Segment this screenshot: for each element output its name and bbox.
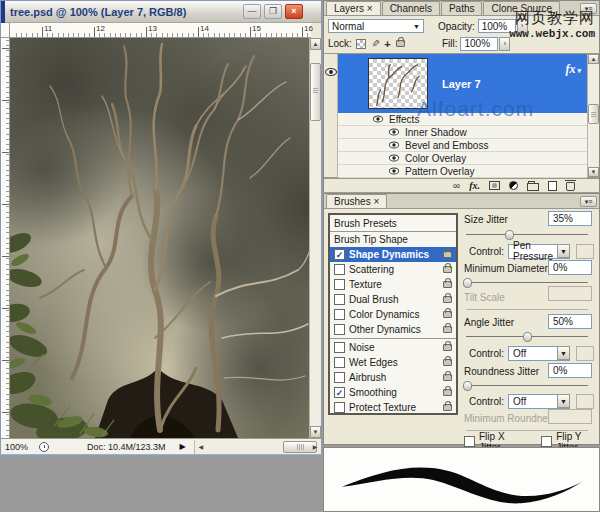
size-jitter-input[interactable]: 35%	[548, 211, 592, 226]
vertical-scroll-thumb[interactable]	[310, 63, 321, 121]
lock-icon[interactable]	[443, 251, 452, 258]
brushes-panel-menu-icon[interactable]: ▾≡	[580, 196, 597, 207]
slider-thumb[interactable]	[523, 332, 532, 342]
checkbox-icon[interactable]	[334, 309, 345, 320]
brush-option-smoothing[interactable]: ✓Smoothing	[330, 385, 456, 400]
lock-icon[interactable]	[443, 326, 452, 333]
brush-option-wet-edges[interactable]: Wet Edges	[330, 355, 456, 370]
checkbox-icon[interactable]	[334, 264, 345, 275]
size-control-select[interactable]: Pen Pressure ▼	[508, 244, 570, 259]
brush-option-shape-dynamics[interactable]: ✓Shape Dynamics	[330, 247, 456, 262]
canvas[interactable]	[10, 38, 311, 438]
checkbox-icon[interactable]	[334, 294, 345, 305]
scroll-down-icon[interactable]: ▼	[310, 426, 321, 438]
lock-icons: ✎ +	[356, 38, 418, 50]
checkbox-icon[interactable]	[334, 342, 345, 353]
scroll-left-icon[interactable]: ◀	[196, 441, 206, 453]
delete-layer-icon[interactable]	[566, 182, 575, 191]
layer-scroll-down-icon[interactable]: ▼	[588, 167, 599, 177]
brush-option-dual-brush[interactable]: Dual Brush	[330, 292, 456, 307]
close-button[interactable]: ×	[285, 4, 303, 19]
checkbox-icon[interactable]: ✓	[334, 387, 345, 398]
layer-visibility-eye-icon[interactable]	[325, 68, 337, 76]
layer-mask-icon[interactable]	[489, 181, 500, 190]
angle-control-select[interactable]: Off ▼	[508, 346, 570, 361]
tab-brushes[interactable]: Brushes ×	[326, 194, 387, 208]
effect-visibility-eye-icon[interactable]	[389, 168, 399, 175]
layer-fx-badge[interactable]: fx	[565, 62, 581, 77]
layer-name[interactable]: Layer 7	[442, 78, 481, 90]
lock-icon[interactable]	[443, 266, 452, 273]
checkbox-icon[interactable]	[334, 372, 345, 383]
canvas-horizontal-scrollbar[interactable]: ◀ ▶	[194, 440, 321, 454]
lock-transparency-icon[interactable]	[356, 39, 366, 49]
layer-scroll-up-icon[interactable]: ▲	[588, 54, 599, 64]
lock-position-icon[interactable]: +	[384, 38, 390, 50]
lock-all-icon[interactable]	[396, 40, 405, 47]
brush-tip-shape-item[interactable]: Brush Tip Shape	[330, 232, 456, 247]
roundness-control-select[interactable]: Off ▼	[508, 394, 570, 409]
tab-channels[interactable]: Channels	[382, 1, 440, 15]
status-arrow-icon[interactable]: ▶	[180, 442, 186, 451]
scroll-right-icon[interactable]: ▶	[310, 441, 320, 453]
angle-jitter-input[interactable]: 50%	[548, 314, 592, 329]
link-layers-icon[interactable]: ∞	[453, 181, 460, 191]
effect-visibility-eye-icon[interactable]	[389, 142, 399, 149]
brush-option-airbrush[interactable]: Airbrush	[330, 370, 456, 385]
layer-scroll-thumb[interactable]	[588, 104, 599, 124]
lock-icon[interactable]	[443, 281, 452, 288]
layer-list-scrollbar[interactable]: ▲ ▼	[587, 54, 599, 177]
blend-mode-select[interactable]: Normal ▼	[328, 19, 424, 33]
effect-row-inner-shadow[interactable]: Inner Shadow	[338, 126, 587, 139]
lock-icon[interactable]	[443, 296, 452, 303]
checkbox-icon[interactable]: ✓	[334, 249, 345, 260]
scroll-up-icon[interactable]: ▲	[310, 38, 321, 50]
tab-paths[interactable]: Paths	[441, 1, 483, 15]
checkbox-icon[interactable]	[334, 324, 345, 335]
roundness-jitter-input[interactable]: 0%	[548, 363, 592, 378]
effect-visibility-eye-icon[interactable]	[389, 155, 399, 162]
document-titlebar[interactable]: tree.psd @ 100% (Layer 7, RGB/8) — ❐ ×	[1, 1, 321, 23]
effect-visibility-eye-icon[interactable]	[373, 116, 383, 123]
brush-presets-item[interactable]: Brush Presets	[330, 215, 456, 232]
lock-icon[interactable]	[443, 359, 452, 366]
checkbox-icon[interactable]	[334, 357, 345, 368]
zoom-level[interactable]: 100%	[5, 442, 31, 452]
lock-icon[interactable]	[443, 389, 452, 396]
slider-thumb[interactable]	[463, 278, 472, 288]
slider-thumb[interactable]	[463, 381, 472, 391]
new-layer-icon[interactable]	[548, 181, 557, 191]
brush-option-noise[interactable]: Noise	[330, 340, 456, 355]
slider-thumb[interactable]	[505, 230, 514, 240]
size-jitter-slider[interactable]	[466, 229, 588, 240]
adjustment-layer-icon[interactable]	[509, 181, 518, 190]
lock-icon[interactable]	[443, 374, 452, 381]
roundness-jitter-slider[interactable]	[466, 380, 588, 391]
checkbox-icon[interactable]	[334, 402, 345, 413]
effect-row-pattern-overlay[interactable]: Pattern Overlay	[338, 165, 587, 178]
effect-visibility-eye-icon[interactable]	[389, 129, 399, 136]
lock-icon[interactable]	[443, 344, 452, 351]
lock-icon[interactable]	[443, 404, 452, 411]
minimize-button[interactable]: —	[243, 4, 261, 19]
layer-style-icon[interactable]: fx.	[469, 180, 480, 191]
brush-option-protect-texture[interactable]: Protect Texture	[330, 400, 456, 415]
effect-row-color-overlay[interactable]: Color Overlay	[338, 152, 587, 165]
brush-option-color-dynamics[interactable]: Color Dynamics	[330, 307, 456, 322]
new-group-icon[interactable]	[527, 183, 539, 191]
brush-option-other-dynamics[interactable]: Other Dynamics	[330, 322, 456, 337]
brush-option-texture[interactable]: Texture	[330, 277, 456, 292]
fill-input[interactable]: 100%	[460, 37, 498, 51]
doc-size-info[interactable]: Doc: 10.4M/123.3M	[87, 442, 166, 452]
tab-layers[interactable]: Layers ×	[326, 1, 381, 15]
brush-option-scattering[interactable]: Scattering	[330, 262, 456, 277]
effect-row-bevel-and-emboss[interactable]: Bevel and Emboss	[338, 139, 587, 152]
maximize-button[interactable]: ❐	[264, 4, 282, 19]
lock-paint-icon[interactable]: ✎	[370, 39, 381, 47]
checkbox-icon[interactable]	[334, 279, 345, 290]
lock-icon[interactable]	[443, 311, 452, 318]
canvas-vertical-scrollbar[interactable]: ▲ ▼	[309, 38, 321, 438]
angle-jitter-slider[interactable]	[466, 331, 588, 342]
minimum-diameter-input[interactable]: 0%	[548, 260, 592, 275]
control2-label: Control:	[464, 348, 504, 359]
